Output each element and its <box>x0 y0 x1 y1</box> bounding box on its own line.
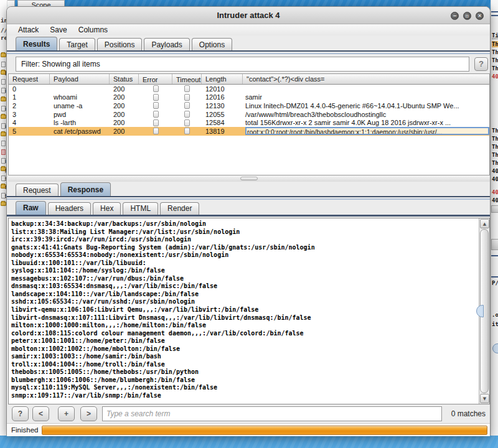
selected-cell-value[interactable]: root:x:0:0:root:/root:/bin/bashdaemon:x:… <box>245 127 489 135</box>
table-row[interactable]: 1whoami20012016samir <box>9 93 489 102</box>
progress-bar <box>42 426 487 435</box>
cell-payload: cat /etc/passwd <box>50 128 110 135</box>
cell-length: 12055 <box>202 111 243 118</box>
timeout-checkbox[interactable] <box>184 102 190 109</box>
background-text-fragment: 40 <box>492 73 498 80</box>
cell-timeout <box>172 128 202 134</box>
cell-request: 4 <box>9 119 50 126</box>
folder-icon <box>1 132 6 136</box>
tab-request[interactable]: Request <box>16 184 59 197</box>
response-line: dnsmasq:x:103:65534:dnsmasq,,,:/var/lib/… <box>11 282 479 291</box>
search-add-button[interactable]: + <box>58 406 75 421</box>
scrollbar-thumb[interactable] <box>480 229 489 393</box>
splitter-grip[interactable] <box>240 177 258 180</box>
filter-bar[interactable]: Filter: Showing all items <box>16 57 469 72</box>
tab-target[interactable]: Target <box>59 38 95 52</box>
tab-render[interactable]: Render <box>160 202 199 215</box>
timeout-checkbox[interactable] <box>184 128 190 134</box>
timeout-checkbox[interactable] <box>184 94 190 101</box>
column-header-status[interactable]: Status <box>110 74 139 84</box>
column-header-payload[interactable]: Payload <box>50 74 110 84</box>
tab-hex[interactable]: Hex <box>93 202 121 215</box>
background-text-fragment: Th <box>492 57 498 63</box>
error-checkbox[interactable] <box>153 94 159 101</box>
search-next-button[interactable]: > <box>80 406 97 421</box>
tab-raw[interactable]: Raw <box>16 201 46 215</box>
response-line: syslog:x:101:104::/home/syslog:/bin/fals… <box>11 267 479 275</box>
cell-length: 13819 <box>202 128 243 135</box>
error-checkbox[interactable] <box>153 119 159 126</box>
view-tabs: Raw Headers Hex HTML Render <box>16 201 199 215</box>
cell-request: 3 <box>9 111 50 118</box>
background-text-fragment: P/ <box>492 280 498 286</box>
background-text-fragment: Ti <box>492 32 498 39</box>
menu-save[interactable]: Save <box>50 26 67 34</box>
cell-contact: root:x:0:0:root:/root:/bin/bashdaemon:x:… <box>243 127 489 135</box>
intruder-window: Intruder attack 4 − ▫ ✕ Attack Save Colu… <box>6 6 491 436</box>
table-header: Request Payload Status Error Timeout Len… <box>9 74 489 85</box>
response-viewer[interactable]: backup:x:34:34:backup:/var/backups:/usr/… <box>8 218 490 404</box>
tab-headers[interactable]: Headers <box>48 202 91 215</box>
tab-results[interactable]: Results <box>16 37 57 52</box>
table-row[interactable]: 020012010 <box>9 85 489 93</box>
cell-status: 200 <box>110 93 139 101</box>
window-title: Intruder attack 4 <box>7 7 490 24</box>
menu-columns[interactable]: Columns <box>78 26 108 34</box>
tab-options[interactable]: Options <box>192 38 232 52</box>
response-line: backup:x:34:34:backup:/var/backups:/usr/… <box>11 220 479 228</box>
folder-icon <box>1 114 6 119</box>
cell-status: 200 <box>110 85 139 93</box>
table-row[interactable]: 5cat /etc/passwd20013819root:x:0:0:root:… <box>9 127 489 136</box>
response-line: thebobs:x:1005:1005::/home/thebobs:/usr/… <box>11 368 479 376</box>
match-count: 0 matches <box>451 409 486 418</box>
tab-html[interactable]: HTML <box>123 202 158 215</box>
table-row[interactable]: 2uname -a20012130Linux Initech-DMZ01 4.4… <box>9 101 489 110</box>
background-divider <box>491 15 498 16</box>
vertical-scrollbar[interactable]: ▲ ▼ <box>479 218 489 404</box>
column-header-error[interactable]: Error <box>139 74 172 84</box>
response-line: libvirt-dnsmasq:x:107:111:Libvirt Dnsmas… <box>11 314 479 322</box>
column-header-length[interactable]: Length <box>202 74 243 84</box>
title-bar[interactable]: Intruder attack 4 − ▫ ✕ <box>7 7 490 24</box>
scroll-up-icon[interactable]: ▲ <box>480 219 489 228</box>
table-row[interactable]: 4ls -larth20012584total 156Kdrwxr-xr-x 2… <box>9 118 489 127</box>
filter-help-button[interactable]: ? <box>474 57 488 71</box>
search-prev-button[interactable]: < <box>32 406 49 421</box>
scroll-down-icon[interactable]: ▼ <box>480 394 489 403</box>
response-line: libuuid:x:100:101::/var/lib/libuuid: <box>11 259 479 268</box>
background-text-fragment: Th <box>492 144 498 150</box>
tab-payloads[interactable]: Payloads <box>144 38 189 52</box>
search-help-button[interactable]: ? <box>12 406 29 421</box>
timeout-checkbox[interactable] <box>184 119 190 126</box>
menu-attack[interactable]: Attack <box>18 26 39 34</box>
response-line: snmp:x:109:117::/var/lib/snmp:/bin/false <box>11 392 479 400</box>
column-header-contact[interactable]: "contact">(.*?)<div class= <box>243 74 489 84</box>
error-checkbox[interactable] <box>153 128 159 134</box>
error-checkbox[interactable] <box>153 85 159 92</box>
tab-response[interactable]: Response <box>60 182 111 197</box>
background-divider <box>491 276 498 278</box>
splitter-handle[interactable] <box>8 175 490 182</box>
column-header-request[interactable]: Request <box>9 74 50 84</box>
cell-error <box>139 119 172 126</box>
background-text-fragment: Th <box>492 160 498 166</box>
maximize-button[interactable]: ▫ <box>463 12 471 20</box>
error-checkbox[interactable] <box>153 102 159 109</box>
tab-positions[interactable]: Positions <box>97 38 143 52</box>
timeout-checkbox[interactable] <box>184 111 190 118</box>
cell-timeout <box>172 102 202 109</box>
column-header-timeout[interactable]: Timeout <box>172 74 202 84</box>
search-input[interactable] <box>102 406 442 421</box>
tab-separator <box>7 50 490 54</box>
table-row[interactable]: 3pwd20012055/var/www/html/breach3/thebob… <box>9 110 489 119</box>
cell-timeout <box>172 119 202 126</box>
response-line: troll:x:1004:1004::/home/troll:/bin/fals… <box>11 361 479 369</box>
minimize-button[interactable]: − <box>451 12 459 20</box>
error-checkbox[interactable] <box>153 111 159 118</box>
cell-status: 200 <box>110 119 139 126</box>
timeout-checkbox[interactable] <box>184 85 190 92</box>
cell-timeout <box>172 94 202 101</box>
close-button[interactable]: ✕ <box>476 12 484 20</box>
cell-length: 12584 <box>202 119 243 126</box>
response-line: blumbergh:x:1006:1006::/home/blumbergh:/… <box>11 376 479 385</box>
